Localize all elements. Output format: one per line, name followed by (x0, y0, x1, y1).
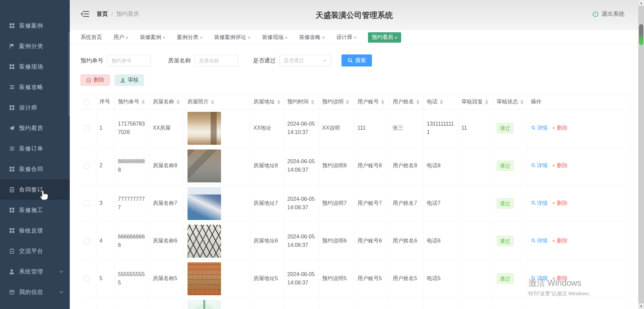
sort-icons[interactable] (346, 100, 349, 104)
column-header-order_no[interactable]: 预约单号 (114, 95, 149, 109)
cell-appoint-time: 2024-06-05 14:10:37 (284, 109, 319, 147)
sort-icons[interactable] (277, 100, 280, 104)
column-header-appoint_note[interactable]: 预约说明 (319, 95, 354, 109)
tab-装修现场[interactable]: 装修现场× (262, 34, 288, 41)
column-header-house_name[interactable]: 房屋名称 (149, 95, 184, 109)
row-delete-link[interactable]: ×删除 (552, 163, 568, 168)
house-photo[interactable] (187, 112, 221, 145)
column-header-label: 房屋地址 (254, 99, 275, 104)
select-all-checkbox[interactable] (84, 99, 90, 105)
sidebar-item-zhuangxiu-xianchang[interactable]: 装修现场 (0, 56, 70, 77)
tab-装修案例[interactable]: 装修案例× (140, 34, 166, 41)
sidebar-item-anli-fenlei[interactable]: 案例分类 (0, 36, 70, 56)
column-header-phone[interactable]: 电话 (423, 95, 458, 109)
cell-index: 5 (96, 260, 114, 298)
sort-icons[interactable] (416, 100, 420, 104)
tab-label: 设计师 (336, 34, 353, 41)
vertical-scrollbar[interactable]: ▲ ▼ (638, 0, 644, 309)
detail-link[interactable]: 详情 (531, 125, 548, 131)
close-icon[interactable]: × (163, 35, 166, 40)
close-icon[interactable]: × (248, 35, 251, 40)
sidebar-item-wode-xinxi[interactable]: 我的信息 (0, 282, 70, 302)
close-icon[interactable]: × (285, 35, 288, 40)
row-checkbox[interactable] (84, 125, 90, 131)
tab-设计师[interactable]: 设计师× (336, 34, 357, 41)
row-delete-link[interactable]: ×删除 (552, 200, 568, 206)
close-icon[interactable]: × (200, 35, 203, 40)
row-checkbox[interactable] (84, 238, 90, 244)
sidebar-item-hetong-qianding[interactable]: 合同签订 (0, 179, 70, 200)
sidebar-item-shejishi[interactable]: 设计师 (0, 97, 70, 118)
sort-icons[interactable] (520, 100, 524, 104)
sort-icons[interactable] (176, 100, 180, 104)
sidebar-item-zhuangxiu-hetong[interactable]: 装修合同 (0, 159, 70, 179)
sidebar-item-zhuangxiu-dingdan[interactable]: 装修订单 (0, 138, 70, 159)
sort-icons[interactable] (381, 100, 384, 104)
row-delete-link[interactable]: ×删除 (552, 238, 568, 244)
audit-button[interactable]: 审核 (115, 75, 144, 86)
close-icon[interactable]: × (394, 35, 397, 40)
grid-icon (8, 166, 15, 173)
tab-预约看房[interactable]: 预约看房× (368, 32, 401, 43)
delete-button[interactable]: 删除 (80, 75, 110, 86)
sidebar-item-label: 装修案例 (19, 22, 64, 30)
cell-appoint-note: 预约说明8 (319, 147, 354, 185)
column-header-audit_reply[interactable]: 审核回复 (458, 95, 493, 109)
cell-order-no: 6666666666 (114, 222, 149, 260)
logout-button[interactable]: 退出系统 (592, 10, 625, 18)
sidebar-item-yuyue-kanfang[interactable]: 预约看房 (0, 118, 70, 138)
row-delete-link[interactable]: ×删除 (552, 275, 568, 281)
sort-icons[interactable] (142, 100, 145, 104)
action-row: 删除 审核 (80, 75, 639, 86)
search-button[interactable]: 搜索 (341, 54, 372, 67)
tab-案例分类[interactable]: 案例分类× (177, 34, 203, 41)
detail-link[interactable]: 详情 (531, 200, 548, 206)
house-name-input[interactable] (195, 55, 238, 67)
column-header-appoint_time[interactable]: 预约时间 (284, 95, 319, 109)
tab-装修案例评论[interactable]: 装修案例评论× (214, 34, 251, 41)
house-photo[interactable] (187, 187, 221, 220)
detail-link[interactable]: 详情 (531, 275, 548, 281)
column-header-user_name[interactable]: 用户姓名 (389, 95, 423, 109)
column-header-house_address[interactable]: 房屋地址 (250, 95, 284, 109)
close-icon[interactable]: × (125, 35, 128, 40)
house-photo[interactable] (187, 225, 221, 258)
house-photo[interactable] (187, 300, 221, 309)
cell-appoint-time: 2024-06-05 14:06:37 (284, 222, 319, 260)
row-delete-link[interactable]: ×删除 (552, 125, 568, 131)
row-checkbox[interactable] (84, 163, 90, 169)
table-row: 64444444444房屋名称4房屋地址42024-06-05 14:06:37… (80, 298, 630, 309)
tab-用户[interactable]: 用户× (113, 34, 128, 41)
column-header-user_account[interactable]: 用户账号 (354, 95, 389, 109)
close-icon[interactable]: × (354, 35, 357, 40)
tab-装修攻略[interactable]: 装修攻略× (299, 34, 325, 41)
sort-icons[interactable] (440, 100, 443, 104)
tab-系统首页[interactable]: 系统首页 (80, 34, 102, 41)
column-header-label: 审核回复 (462, 99, 483, 104)
order-no-input[interactable] (107, 55, 151, 67)
scroll-down-button[interactable]: ▼ (638, 303, 644, 309)
sidebar-item-zhuangxiu-anli[interactable]: 装修案例 (0, 15, 70, 36)
sidebar-scrollbar-thumb[interactable] (68, 32, 70, 117)
detail-link[interactable]: 详情 (531, 163, 548, 168)
house-photo[interactable] (187, 149, 221, 182)
column-header-audit_status[interactable]: 审核状态 (493, 95, 527, 109)
row-checkbox[interactable] (84, 201, 90, 206)
row-checkbox[interactable] (84, 276, 90, 281)
sidebar-item-jiaoliu-pingtai[interactable]: 交流平台 (0, 241, 70, 261)
pass-select[interactable]: 是否通过 (279, 55, 331, 67)
house-photo[interactable] (187, 262, 221, 295)
sort-icons[interactable] (485, 100, 488, 104)
sidebar-item-yanshou-fankui[interactable]: 验收反馈 (0, 220, 70, 241)
scroll-up-button[interactable]: ▲ (638, 0, 644, 6)
sidebar-item-zhuangxiu-shigong[interactable]: 装修施工 (0, 200, 70, 220)
sort-icons[interactable] (311, 100, 314, 104)
close-icon[interactable]: × (322, 35, 325, 40)
sidebar-item-zhuangxiu-gonglue[interactable]: 装修攻略 (0, 77, 70, 97)
detail-link[interactable]: 详情 (531, 238, 548, 244)
scrollbar-thumb[interactable] (639, 24, 643, 45)
sort-icons[interactable] (211, 100, 214, 104)
sidebar-item-xitong-guanli[interactable]: 系统管理 (0, 261, 70, 282)
magnifier-icon (531, 125, 536, 130)
column-header-house_photo[interactable]: 房屋照片 (184, 95, 250, 109)
